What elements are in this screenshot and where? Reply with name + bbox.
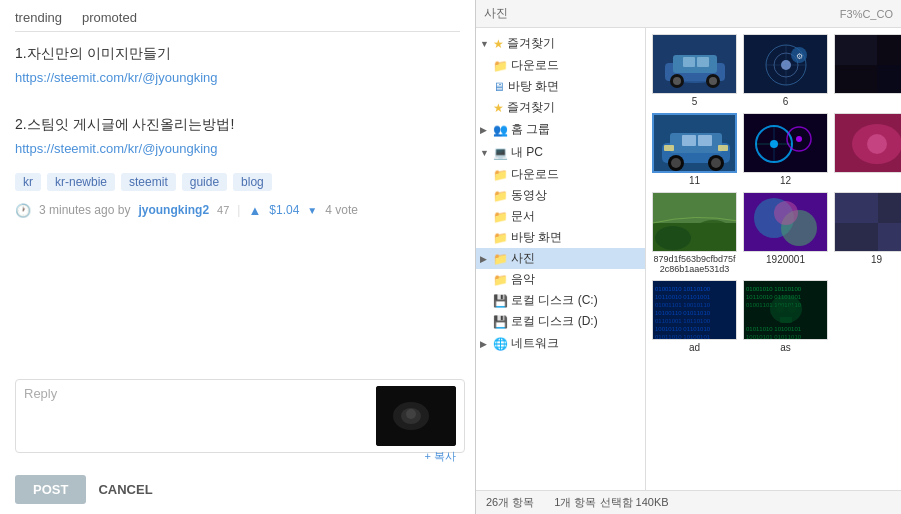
svg-text:10110010 01101001: 10110010 01101001 bbox=[655, 294, 711, 300]
post-item2-link[interactable]: https://steemit.com/kr/@jyoungking bbox=[15, 141, 218, 156]
svg-point-48 bbox=[867, 134, 887, 154]
svg-rect-76 bbox=[780, 317, 792, 323]
tag-blog[interactable]: blog bbox=[233, 173, 272, 191]
post-item2-title: 2.스팀잇 게시글에 사진올리는방법! bbox=[15, 113, 460, 137]
svg-point-57 bbox=[774, 201, 798, 225]
tree-item-desktop1[interactable]: 🖥 바탕 화면 bbox=[476, 76, 645, 97]
post-button[interactable]: POST bbox=[15, 475, 86, 504]
tree-item-photos[interactable]: ▶ 📁 사진 bbox=[476, 248, 645, 269]
svg-point-10 bbox=[673, 77, 681, 85]
tree-label-network: 네트워크 bbox=[511, 335, 559, 352]
drive-icon2: 💾 bbox=[493, 315, 508, 329]
image-thumb-nature bbox=[652, 192, 737, 252]
upvote-button[interactable]: ▲ bbox=[248, 203, 261, 218]
tag-kr-newbie[interactable]: kr-newbie bbox=[47, 173, 115, 191]
image-label-12: 12 bbox=[780, 175, 791, 186]
svg-text:10010110 01101010: 10010110 01101010 bbox=[655, 326, 711, 332]
tag-steemit[interactable]: steemit bbox=[121, 173, 176, 191]
svg-text:10100110 01011010: 10100110 01011010 bbox=[655, 310, 711, 316]
svg-point-45 bbox=[796, 136, 802, 142]
svg-rect-4 bbox=[376, 386, 456, 446]
svg-point-52 bbox=[655, 226, 691, 250]
svg-point-53 bbox=[691, 220, 735, 250]
list-item[interactable]: 1920001 bbox=[743, 192, 828, 274]
tree-item-driveC[interactable]: 💾 로컬 디스크 (C:) bbox=[476, 290, 645, 311]
star-icon: ★ bbox=[493, 37, 504, 51]
tabs-bar: trending promoted bbox=[15, 10, 460, 32]
image-label-1920001: 1920001 bbox=[766, 254, 805, 265]
status-selected-info: 1개 항목 선택함 140KB bbox=[554, 495, 668, 510]
tree-item-download2[interactable]: 📁 다운로드 bbox=[476, 164, 645, 185]
pc-icon: 💻 bbox=[493, 146, 508, 160]
drive-icon1: 💾 bbox=[493, 294, 508, 308]
svg-rect-25 bbox=[877, 35, 901, 65]
list-item[interactable]: 12 bbox=[743, 113, 828, 186]
author-rep: 47 bbox=[217, 204, 229, 216]
price-dropdown-icon[interactable]: ▼ bbox=[307, 205, 317, 216]
tag-guide[interactable]: guide bbox=[182, 173, 227, 191]
author-username[interactable]: jyoungking2 bbox=[138, 203, 209, 217]
tags-row: kr kr-newbie steemit guide blog bbox=[15, 173, 460, 191]
svg-rect-59 bbox=[835, 193, 878, 223]
favorites-label: 즐겨찾기 bbox=[507, 35, 555, 52]
folder-icon: 📁 bbox=[493, 59, 508, 73]
svg-text:⚙: ⚙ bbox=[796, 52, 803, 61]
reply-area: Reply + 복사 POST CANCEL bbox=[15, 379, 465, 504]
tab-trending[interactable]: trending bbox=[15, 10, 62, 25]
folder-icon3: 📁 bbox=[493, 189, 508, 203]
tag-kr[interactable]: kr bbox=[15, 173, 41, 191]
list-item[interactable]: 01001010 10110100 10110010 01101001 0100… bbox=[652, 280, 737, 353]
post-item1-link[interactable]: https://steemit.com/kr/@jyoungking bbox=[15, 70, 218, 85]
tree-label-documents: 문서 bbox=[511, 208, 535, 225]
svg-rect-36 bbox=[698, 135, 712, 146]
svg-point-12 bbox=[709, 77, 717, 85]
post-content-area: trending promoted 1.자신만의 이미지만들기 https://… bbox=[0, 0, 475, 514]
tree-label-music: 음악 bbox=[511, 271, 535, 288]
post-item1-title: 1.자신만의 이미지만들기 bbox=[15, 42, 460, 66]
list-item[interactable]: ⚙ 6 bbox=[743, 34, 828, 107]
homegroup-arrow-icon: ▶ bbox=[480, 125, 490, 135]
tree-label-video: 동영상 bbox=[511, 187, 547, 204]
svg-rect-35 bbox=[682, 135, 696, 146]
photos-arrow-icon: ▶ bbox=[480, 254, 490, 264]
star-yellow-icon: ★ bbox=[493, 101, 504, 115]
network-arrow-icon: ▶ bbox=[480, 339, 490, 349]
svg-text:01011010 10100101: 01011010 10100101 bbox=[655, 334, 711, 340]
svg-rect-24 bbox=[835, 35, 877, 65]
list-item[interactable]: 19 bbox=[834, 192, 901, 274]
reply-placeholder[interactable]: Reply bbox=[24, 386, 368, 401]
image-label-ad: ad bbox=[689, 342, 700, 353]
tree-section-favorites[interactable]: ▼ ★ 즐겨찾기 bbox=[476, 32, 645, 55]
list-item[interactable]: 879d1f563b9cfbd75f2c86b1aae531d3 bbox=[652, 192, 737, 274]
list-item[interactable]: 5 bbox=[652, 34, 737, 107]
tree-item-video[interactable]: 📁 동영상 bbox=[476, 185, 645, 206]
tree-section-homegroup[interactable]: ▶ 👥 홈 그룹 bbox=[476, 118, 645, 141]
tree-section-mypc[interactable]: ▼ 💻 내 PC bbox=[476, 141, 645, 164]
svg-rect-60 bbox=[878, 223, 901, 252]
svg-rect-27 bbox=[877, 65, 901, 94]
tree-panel: ▼ ★ 즐겨찾기 📁 다운로드 🖥 바탕 화면 ★ 즐겨찾기 ▶ bbox=[476, 28, 646, 490]
list-item[interactable] bbox=[834, 34, 901, 107]
tree-item-favorites2[interactable]: ★ 즐겨찾기 bbox=[476, 97, 645, 118]
image-label-19: 19 bbox=[871, 254, 882, 265]
image-label-11: 11 bbox=[689, 175, 700, 186]
tree-section-network[interactable]: ▶ 🌐 네트워크 bbox=[476, 332, 645, 355]
tree-item-music[interactable]: 📁 음악 bbox=[476, 269, 645, 290]
svg-point-74 bbox=[776, 305, 784, 313]
list-item[interactable]: 11 bbox=[652, 113, 737, 186]
folder-icon6: 📁 bbox=[493, 252, 508, 266]
tab-promoted[interactable]: promoted bbox=[82, 10, 137, 25]
tree-item-documents[interactable]: 📁 문서 bbox=[476, 206, 645, 227]
svg-text:01101001 10110100: 01101001 10110100 bbox=[655, 318, 711, 324]
tree-item-download1[interactable]: 📁 다운로드 bbox=[476, 55, 645, 76]
vote-count: 4 vote bbox=[325, 203, 358, 217]
list-item[interactable] bbox=[834, 113, 901, 186]
cancel-button[interactable]: CANCEL bbox=[98, 482, 152, 497]
image-thumb-as: 01001010 10110100 10110010 01101001 0100… bbox=[743, 280, 828, 340]
tree-item-desktop2[interactable]: 📁 바탕 화면 bbox=[476, 227, 645, 248]
meta-row: 🕐 3 minutes ago by jyoungking2 47 | ▲ $1… bbox=[15, 203, 460, 218]
tree-item-driveD[interactable]: 💾 로컬 디스크 (D:) bbox=[476, 311, 645, 332]
image-thumb-11 bbox=[652, 113, 737, 173]
image-label-6: 6 bbox=[783, 96, 789, 107]
list-item[interactable]: 01001010 10110100 10110010 01101001 0100… bbox=[743, 280, 828, 353]
